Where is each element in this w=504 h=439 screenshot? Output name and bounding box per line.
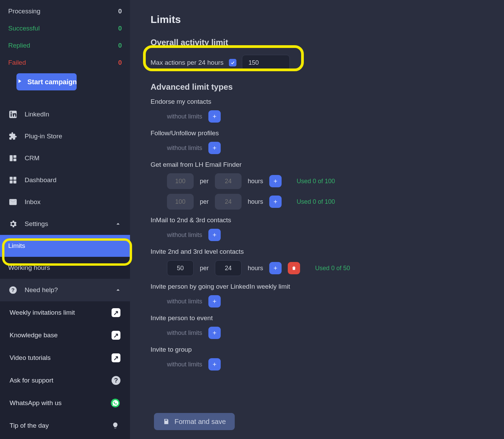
add-limit-button[interactable] — [208, 229, 221, 241]
external-link-icon: ↗ — [112, 331, 120, 340]
start-campaign-label: Start campaign — [27, 78, 77, 86]
max-actions-input[interactable] — [242, 55, 290, 71]
sidebar-item-crm[interactable]: CRM — [0, 147, 130, 169]
puzzle-icon — [8, 131, 18, 141]
section-advanced-limits: Advanced limit types — [151, 82, 487, 92]
svg-text:?: ? — [11, 287, 14, 293]
limit-title: Endorse my contacts — [151, 98, 487, 105]
limit-title: Get email from LH Email Finder — [151, 161, 487, 168]
limit-title: Invite to group — [151, 346, 487, 353]
limit-amount-input[interactable] — [167, 194, 194, 210]
svg-rect-1 — [11, 113, 12, 117]
help-item-ask-support[interactable]: Ask for support ? — [0, 369, 130, 392]
svg-rect-8 — [10, 180, 13, 184]
add-limit-button[interactable] — [269, 175, 282, 187]
main-nav: LinkedIn Plug-in Store CRM Dashboard — [0, 103, 130, 279]
help-item-tip-of-day[interactable]: Tip of the day — [0, 414, 130, 437]
stat-label: Successful — [8, 25, 40, 32]
without-limits-label: without limits — [167, 298, 202, 305]
limit-amount-input[interactable] — [167, 260, 194, 276]
limit-email-finder: Get email from LH Email Finder per hours… — [151, 161, 487, 210]
without-limits-label: without limits — [167, 361, 202, 368]
max-actions-row: Max actions per 24 hours — [151, 53, 487, 72]
sidebar-item-label: LinkedIn — [25, 111, 122, 118]
main-panel: Limits Overall activity limit Max action… — [130, 0, 504, 439]
limit-per-input[interactable] — [215, 260, 242, 276]
stat-label: Processing — [8, 8, 40, 15]
svg-rect-6 — [10, 177, 13, 180]
help-item-knowledge-base[interactable]: Knowledge base ↗ — [0, 324, 130, 347]
svg-rect-5 — [13, 159, 16, 161]
limit-per-input[interactable] — [215, 194, 242, 210]
per-label: per — [200, 178, 209, 185]
limit-title: Invite person by going over LinkedIn wee… — [151, 283, 487, 290]
svg-rect-7 — [13, 177, 16, 180]
stat-value: 0 — [118, 42, 122, 49]
page-title: Limits — [151, 14, 487, 25]
limit-per-input[interactable] — [215, 173, 242, 189]
sidebar-item-plugin-store[interactable]: Plug-in Store — [0, 125, 130, 147]
sidebar-item-label: Need help? — [25, 286, 107, 294]
section-overall-activity: Overall activity limit — [151, 38, 487, 47]
hours-label: hours — [248, 265, 263, 272]
add-limit-button[interactable] — [269, 196, 282, 208]
sidebar-subitem-working-hours[interactable]: Working hours — [0, 257, 130, 279]
external-link-icon: ↗ — [112, 308, 120, 317]
external-link-icon: ↗ — [112, 353, 120, 362]
per-label: per — [200, 265, 209, 272]
limit-amount-input[interactable] — [167, 173, 194, 189]
sidebar-item-inbox[interactable]: Inbox — [0, 191, 130, 213]
without-limits-label: without limits — [167, 145, 202, 152]
add-limit-button[interactable] — [269, 262, 282, 274]
add-limit-button[interactable] — [208, 358, 221, 371]
sidebar-item-label: CRM — [25, 154, 122, 162]
plus-icon — [212, 362, 217, 367]
limit-title: Invite 2nd and 3rd level contacts — [151, 248, 487, 255]
plus-icon — [212, 330, 217, 336]
sidebar: Processing 0 Successful 0 Replied 0 Fail… — [0, 0, 130, 439]
stat-failed: Failed 0 — [8, 54, 122, 71]
add-limit-button[interactable] — [208, 110, 221, 123]
limit-follow-unfollow: Follow/Unfollow profiles without limits — [151, 129, 487, 154]
linkedin-icon — [8, 110, 18, 119]
hours-label: hours — [248, 198, 263, 205]
sidebar-item-label: Settings — [25, 220, 107, 228]
format-and-save-button[interactable]: Format and save — [154, 413, 235, 430]
sidebar-item-dashboard[interactable]: Dashboard — [0, 169, 130, 191]
check-icon — [230, 60, 235, 65]
whatsapp-icon — [110, 398, 120, 408]
sidebar-item-label: Inbox — [25, 198, 122, 206]
sidebar-item-need-help[interactable]: ? Need help? — [0, 279, 130, 301]
sidebar-subitem-limits[interactable]: Limits — [0, 235, 130, 257]
crm-icon — [8, 153, 18, 163]
save-icon — [163, 418, 170, 425]
help-item-label: Knowledge base — [10, 331, 58, 339]
plus-icon — [212, 145, 217, 151]
delete-limit-button[interactable] — [288, 262, 300, 274]
sidebar-item-settings[interactable]: Settings — [0, 213, 130, 235]
help-item-label: WhatsApp with us — [10, 399, 62, 407]
start-campaign-button[interactable]: Start campaign — [16, 73, 77, 90]
stat-value: 0 — [118, 8, 122, 15]
max-actions-checkbox[interactable] — [229, 59, 236, 66]
limit-title: Follow/Unfollow profiles — [151, 129, 487, 137]
limit-endorse-contacts: Endorse my contacts without limits — [151, 98, 487, 123]
limit-invite-event: Invite person to event without limits — [151, 314, 487, 339]
add-limit-button[interactable] — [208, 142, 221, 154]
limit-invite-group: Invite to group without limits — [151, 346, 487, 371]
sidebar-item-linkedin[interactable]: LinkedIn — [0, 103, 130, 125]
add-limit-button[interactable] — [208, 327, 221, 339]
help-icon: ? — [8, 285, 18, 295]
plus-icon — [273, 265, 278, 271]
without-limits-label: without limits — [167, 231, 202, 239]
add-limit-button[interactable] — [208, 295, 221, 308]
help-item-label: Weekly invitations limit — [10, 309, 75, 316]
trash-icon — [291, 265, 297, 271]
max-actions-label: Max actions per 24 hours — [151, 59, 223, 66]
help-item-weekly-limit[interactable]: Weekly invitations limit ↗ — [0, 301, 130, 324]
stat-label: Replied — [8, 42, 30, 49]
help-item-label: Video tutorials — [10, 354, 51, 362]
help-item-video-tutorials[interactable]: Video tutorials ↗ — [0, 347, 130, 369]
limit-inmail: InMail to 2nd & 3rd contacts without lim… — [151, 216, 487, 241]
help-item-whatsapp[interactable]: WhatsApp with us — [0, 392, 130, 414]
